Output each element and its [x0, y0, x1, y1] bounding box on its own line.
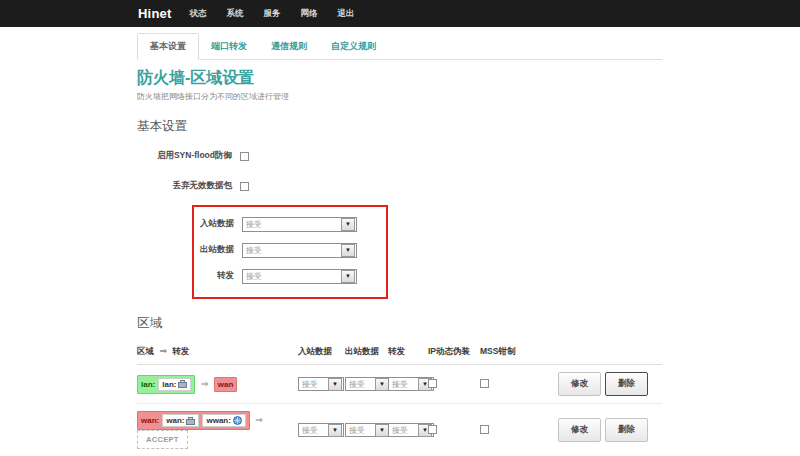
wan-mss-checkbox[interactable]	[480, 425, 489, 434]
header-masquerade: IP动态伪装	[428, 346, 480, 358]
zone-badge-wan: wan: wan: wwan:	[137, 411, 250, 430]
output-policy-value: 接受	[243, 245, 341, 256]
page-title: 防火墙-区域设置	[137, 68, 662, 89]
zone-badge-wan-target: wan	[214, 377, 238, 392]
chevron-down-icon: ▼	[341, 218, 355, 231]
lan-masq-cell	[428, 379, 480, 390]
header-zone: 区域	[137, 346, 154, 356]
zone-badge-label: wan	[218, 380, 234, 389]
wan-actions-cell: 修改 删除	[536, 418, 662, 442]
output-policy-select[interactable]: 接受 ▼	[242, 243, 357, 258]
chevron-down-icon: ▼	[375, 424, 389, 437]
network-chip-label: lan:	[162, 380, 176, 389]
wan-delete-button[interactable]: 删除	[605, 418, 648, 442]
menu-item-status[interactable]: 状态	[190, 8, 207, 20]
lan-delete-button[interactable]: 删除	[605, 372, 648, 396]
highlight-rectangle: 入站数据 接受 ▼ 出站数据 接受 ▼ 转发 接受 ▼	[192, 205, 388, 299]
input-policy-value: 接受	[243, 219, 341, 230]
drop-invalid-checkbox[interactable]	[240, 182, 249, 191]
wan-output-cell: 接受 ▼	[345, 423, 388, 437]
header-input: 入站数据	[298, 346, 345, 358]
lan-output-value: 接受	[346, 379, 375, 390]
wan-input-value: 接受	[299, 425, 328, 436]
zone-cell-lan: lan: lan: ⇒ wan	[137, 375, 298, 394]
forward-policy-row: 转发 接受 ▼	[194, 263, 386, 289]
menu-item-system[interactable]: 系统	[227, 8, 244, 20]
wan-masquerade-checkbox[interactable]	[428, 425, 437, 434]
header-zone-forward: 区域 ⇒ 转发	[137, 346, 298, 358]
syn-flood-label: 启用SYN-flood防御	[137, 150, 240, 162]
input-policy-label: 入站数据	[194, 218, 242, 230]
zone-row-wan: wan: wan: wwan: ⇒ ACCEPT 接受 ▼	[137, 404, 662, 456]
wan-input-cell: 接受 ▼	[298, 423, 345, 437]
zone-badge-lan: lan: lan:	[137, 375, 195, 394]
header-forward-to: 转发	[172, 346, 189, 356]
header-mss-clamping: MSS钳制	[480, 346, 536, 358]
wan-forward-value: 接受	[389, 425, 418, 436]
tab-general-settings[interactable]: 基本设置	[137, 33, 199, 60]
general-settings-legend: 基本设置	[137, 118, 662, 135]
tab-traffic-rules[interactable]: 通信规则	[259, 34, 319, 59]
zone-cell-wan: wan: wan: wwan: ⇒ ACCEPT	[137, 411, 298, 449]
wan-mss-cell	[480, 425, 536, 436]
forward-policy-value: 接受	[243, 271, 341, 282]
network-chip-wan: wan:	[162, 414, 199, 427]
menu-item-network[interactable]: 网络	[301, 8, 318, 20]
lan-edit-button[interactable]: 修改	[558, 372, 601, 396]
top-navigation-bar: Hinet 状态 系统 服务 网络 退出	[0, 0, 800, 27]
page-subtitle: 防火墙把网络接口分为不同的区域进行管理	[137, 91, 662, 102]
chevron-down-icon: ▼	[375, 378, 389, 391]
menu-item-services[interactable]: 服务	[264, 8, 281, 20]
input-policy-row: 入站数据 接受 ▼	[194, 211, 386, 237]
tab-custom-rules[interactable]: 自定义规则	[319, 34, 388, 59]
wan-masq-cell	[428, 425, 480, 436]
forward-arrow-icon: ⇒	[252, 415, 266, 425]
wan-input-select[interactable]: 接受 ▼	[298, 423, 344, 437]
syn-flood-checkbox[interactable]	[240, 152, 249, 161]
lan-input-value: 接受	[299, 379, 328, 390]
ethernet-icon	[178, 380, 187, 388]
network-chip-lan: lan:	[158, 378, 191, 391]
wan-forward-cell: 接受 ▼	[388, 423, 428, 437]
lan-output-select[interactable]: 接受 ▼	[345, 377, 391, 391]
network-chip-label: wan:	[166, 416, 184, 425]
chevron-down-icon: ▼	[341, 270, 355, 283]
zone-row-lan: lan: lan: ⇒ wan 接受 ▼ 接受	[137, 365, 662, 404]
firewall-tabs: 基本设置 端口转发 通信规则 自定义规则	[137, 33, 662, 60]
lan-mss-cell	[480, 379, 536, 390]
menu-item-logout[interactable]: 退出	[338, 8, 355, 20]
zones-table: 区域 ⇒ 转发 入站数据 出站数据 转发 IP动态伪装 MSS钳制 lan: l…	[137, 340, 662, 456]
tab-port-forwards[interactable]: 端口转发	[199, 34, 259, 59]
input-policy-select[interactable]: 接受 ▼	[242, 217, 357, 232]
header-output: 出站数据	[345, 346, 388, 358]
zones-legend: 区域	[137, 315, 662, 332]
lan-mss-checkbox[interactable]	[480, 379, 489, 388]
drop-invalid-label: 丢弃无效数据包	[137, 180, 240, 192]
header-forward: 转发	[388, 346, 428, 358]
brand-logo: Hinet	[138, 6, 172, 21]
output-policy-row: 出站数据 接受 ▼	[194, 237, 386, 263]
forward-policy-label: 转发	[194, 270, 242, 282]
drop-invalid-row: 丢弃无效数据包	[137, 171, 662, 201]
chevron-down-icon: ▼	[328, 424, 342, 437]
chevron-down-icon: ▼	[341, 244, 355, 257]
forward-arrow-icon: ⇒	[198, 379, 212, 389]
chevron-down-icon: ▼	[328, 378, 342, 391]
wan-edit-button[interactable]: 修改	[558, 418, 601, 442]
zones-table-header: 区域 ⇒ 转发 入站数据 出站数据 转发 IP动态伪装 MSS钳制	[137, 340, 662, 365]
wan-output-value: 接受	[346, 425, 375, 436]
lan-output-cell: 接受 ▼	[345, 377, 388, 391]
output-policy-label: 出站数据	[194, 244, 242, 256]
lan-input-select[interactable]: 接受 ▼	[298, 377, 344, 391]
lan-masquerade-checkbox[interactable]	[428, 379, 437, 388]
top-menu: 状态 系统 服务 网络 退出	[190, 8, 355, 20]
zone-badge-label: wan:	[141, 416, 159, 425]
forward-policy-select[interactable]: 接受 ▼	[242, 269, 357, 284]
wireless-icon	[233, 416, 242, 425]
zone-badge-label: lan:	[141, 380, 155, 389]
wan-output-select[interactable]: 接受 ▼	[345, 423, 391, 437]
lan-actions-cell: 修改 删除	[536, 372, 662, 396]
network-chip-wwan: wwan:	[202, 414, 245, 427]
lan-forward-cell: 接受 ▼	[388, 377, 428, 391]
network-chip-label: wwan:	[206, 416, 230, 425]
